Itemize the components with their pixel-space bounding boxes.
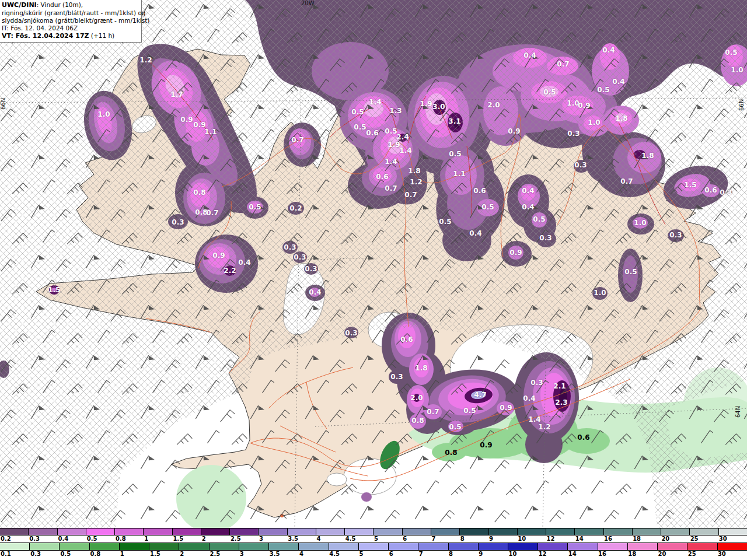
legend-cell <box>538 543 568 550</box>
legend-cell <box>575 528 603 535</box>
legend-cell <box>389 543 418 550</box>
legend-cell <box>149 543 179 550</box>
legend-cell <box>508 543 538 550</box>
legend-cell <box>460 528 488 535</box>
legend-bar-rain <box>0 542 747 551</box>
legend-cell-label: 20 <box>657 551 687 559</box>
title-line-5: VT: Fös. 12.04.2024 17Z (+11 h) <box>2 32 139 40</box>
legend-cell-label: 3.5 <box>269 551 299 559</box>
legend-cell <box>431 528 460 535</box>
legend-cell-label: 0.5 <box>60 551 89 559</box>
legend-cell <box>58 528 86 535</box>
legend-cell-label: 16 <box>598 551 627 559</box>
legend-cell-label: 12 <box>538 551 568 559</box>
legend-cell <box>0 528 29 535</box>
legend-cell-label: 30 <box>717 551 747 559</box>
legend-cell <box>316 528 345 535</box>
legend-cell <box>173 528 201 535</box>
legend-cell <box>374 528 402 535</box>
legend-cell-label: 1 <box>120 551 149 559</box>
legend-cell-label: 4.5 <box>345 536 374 542</box>
legend-cell <box>449 543 479 550</box>
legend-cell <box>658 543 687 550</box>
legend-cell-label: 14 <box>575 536 603 542</box>
legend-cell <box>345 528 374 535</box>
legend-cell-label: 8 <box>448 551 478 559</box>
legend-cell <box>0 543 30 550</box>
legend-cell <box>628 543 658 550</box>
legend-cell-label: 14 <box>568 551 598 559</box>
legend-cell-label: 6 <box>389 551 418 559</box>
legend-cell-label: 9 <box>478 551 508 559</box>
legend-cell-label: 2 <box>201 536 230 542</box>
legend-cell <box>329 543 359 550</box>
title-line-3: slydda/snjókoma (grátt/bleikt/grænt - mm… <box>2 17 139 24</box>
title-box: UWC/DINI: Vindur (10m), rigning/skúrir (… <box>0 0 142 43</box>
legend-cell <box>30 543 60 550</box>
legend-cell-label: 0.4 <box>57 536 86 542</box>
legend-cell <box>359 543 389 550</box>
legend-cell-label: 18 <box>627 551 657 559</box>
legend-cell <box>60 543 89 550</box>
legend-cell-label: 0.2 <box>0 536 29 542</box>
legend-cell-label: 2.5 <box>230 536 259 542</box>
legend-cell-label: 0.8 <box>90 551 120 559</box>
legend-cell-label: 0.1 <box>0 551 30 559</box>
legend-cell <box>144 528 172 535</box>
legend-cell-label: 20 <box>661 536 689 542</box>
legend-labels-sleet-snow: 0.20.30.40.50.811.522.533.544.5567891012… <box>0 536 747 542</box>
legend-cell <box>90 543 120 550</box>
legend-cell-label: 3.5 <box>287 536 316 542</box>
legend-cell-label: 4 <box>316 536 345 542</box>
legend-cell <box>201 528 230 535</box>
legend-cell <box>179 543 209 550</box>
legend-cell <box>661 528 690 535</box>
legend-cell <box>29 528 57 535</box>
legend-cell <box>687 543 717 550</box>
legend-cell-label: 18 <box>632 536 661 542</box>
weather-map-page: 20W 66N 66N 64N 1.21.01.70.90.91.10.80.8… <box>0 0 747 560</box>
legend-cell-label: 0.8 <box>115 536 144 542</box>
legend-cell <box>115 528 144 535</box>
legend-cell-label: 12 <box>546 536 574 542</box>
legend-labels-rain: 0.10.30.50.811.522.533.544.5567891012141… <box>0 551 747 559</box>
legend-cell-label: 25 <box>687 551 717 559</box>
legend-bar-sleet-snow <box>0 528 747 536</box>
legend-cell-label: 2 <box>179 551 209 559</box>
legend-cell-label: 0.5 <box>86 536 115 542</box>
legend-cell-label: 4.5 <box>329 551 358 559</box>
legend-cell <box>718 543 747 550</box>
legend-cell-label: 10 <box>517 536 546 542</box>
legend-cell <box>210 543 239 550</box>
legend-cell <box>479 543 508 550</box>
legend-cell <box>690 528 718 535</box>
weather-map: 20W 66N 66N 64N <box>0 0 747 528</box>
legend-cell <box>546 528 575 535</box>
legend-cell-label: 2.5 <box>209 551 239 559</box>
title-line-2: rigning/skúrir (grænt/blátt/rautt - mm/1… <box>2 9 139 17</box>
legend-cell <box>633 528 661 535</box>
legend-cell-label: 30 <box>718 536 747 542</box>
legend-cell-label: 0.3 <box>29 536 57 542</box>
legend-cell <box>568 543 598 550</box>
legend-cell <box>518 528 546 535</box>
title-line-1: UWC/DINI: Vindur (10m), <box>2 1 139 9</box>
legend-cell <box>418 543 448 550</box>
legend-cell <box>269 543 299 550</box>
legend-cell <box>604 528 633 535</box>
wind-barb-layer <box>0 0 747 528</box>
legend-cell-label: 9 <box>488 536 517 542</box>
title-line-4: IT: Fös. 12. 04. 2024 06Z <box>2 24 139 32</box>
legend-cell <box>598 543 628 550</box>
legend-cell-label: 4 <box>299 551 329 559</box>
legend-cell <box>239 543 269 550</box>
legend-cell-label: 5 <box>358 551 388 559</box>
legend-cell-label: 3 <box>259 536 287 542</box>
legend-cell <box>259 528 287 535</box>
legend-cell <box>403 528 431 535</box>
legend-cell <box>299 543 329 550</box>
legend-cell <box>288 528 316 535</box>
legend-cell-label: 1 <box>144 536 172 542</box>
legend-cell-label: 10 <box>508 551 537 559</box>
legend-cell-label: 8 <box>460 536 488 542</box>
